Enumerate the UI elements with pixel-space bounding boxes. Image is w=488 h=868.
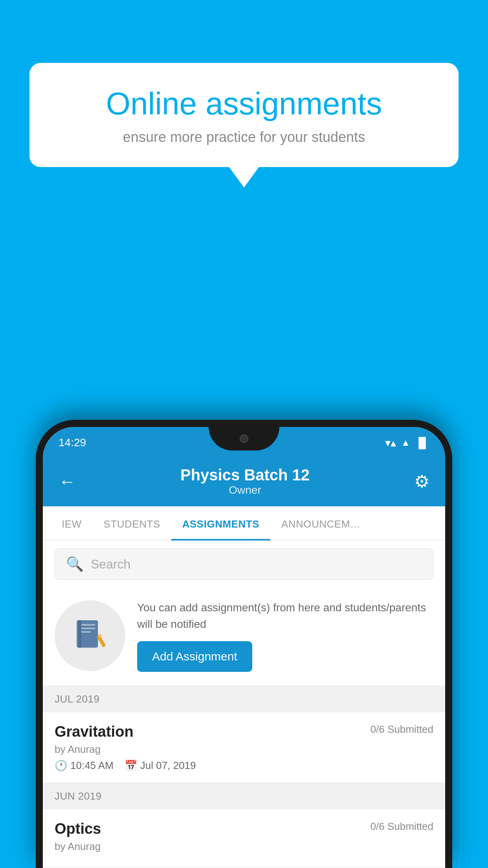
- search-container: 🔍 Search: [43, 541, 445, 588]
- assignment-status: 0/6 Submitted: [371, 723, 433, 736]
- assignment-name: Gravitation: [55, 723, 134, 740]
- info-text-block: You can add assignment(s) from here and …: [137, 600, 433, 672]
- svg-rect-2: [81, 624, 95, 625]
- assignment-date: Jul 07, 2019: [140, 760, 196, 772]
- speech-bubble-container: Online assignments ensure more practice …: [29, 63, 459, 167]
- assignment-author-optics: by Anurag: [55, 840, 433, 853]
- tab-assignments[interactable]: ASSIGNMENTS: [171, 506, 270, 540]
- clock-icon: 🕐: [55, 760, 67, 772]
- header-title: Physics Batch 12: [180, 466, 310, 484]
- status-bar: 14:29 ▾▴ ▲ ▐▌: [43, 427, 445, 458]
- signal-icon: ▲: [401, 437, 410, 448]
- phone-screen: 14:29 ▾▴ ▲ ▐▌ ← Physics Batch 12 Owner ⚙…: [43, 427, 445, 868]
- phone-notch: [209, 427, 279, 451]
- header-center: Physics Batch 12 Owner: [180, 466, 310, 497]
- tab-iew[interactable]: IEW: [51, 506, 93, 540]
- assignment-item-optics[interactable]: Optics 0/6 Submitted by Anurag: [43, 809, 445, 868]
- assignment-item-gravitation[interactable]: Gravitation 0/6 Submitted by Anurag 🕐 10…: [43, 712, 445, 783]
- search-placeholder: Search: [91, 557, 130, 572]
- assignment-name-optics: Optics: [55, 820, 101, 837]
- meta-time: 🕐 10:45 AM: [55, 760, 114, 772]
- info-message: You can add assignment(s) from here and …: [137, 600, 433, 633]
- svg-rect-3: [81, 628, 95, 629]
- calendar-icon: 📅: [125, 760, 137, 772]
- status-icons: ▾▴ ▲ ▐▌: [385, 436, 429, 449]
- search-bar[interactable]: 🔍 Search: [55, 548, 433, 580]
- assignment-status-optics: 0/6 Submitted: [371, 820, 433, 833]
- bubble-subtitle: ensure more practice for your students: [57, 129, 431, 145]
- assignment-author: by Anurag: [55, 743, 433, 756]
- tab-announcements[interactable]: ANNOUNCEM…: [270, 506, 371, 540]
- section-header-jun: JUN 2019: [43, 783, 445, 809]
- tab-students[interactable]: STUDENTS: [93, 506, 171, 540]
- speech-bubble: Online assignments ensure more practice …: [29, 63, 459, 167]
- settings-icon[interactable]: ⚙: [414, 471, 429, 491]
- assignment-meta: 🕐 10:45 AM 📅 Jul 07, 2019: [55, 760, 433, 772]
- search-icon: 🔍: [66, 556, 84, 572]
- notebook-icon: [72, 618, 108, 653]
- assignment-time: 10:45 AM: [70, 760, 114, 772]
- header-subtitle: Owner: [180, 484, 310, 497]
- app-header: ← Physics Batch 12 Owner ⚙: [43, 458, 445, 506]
- wifi-icon: ▾▴: [385, 436, 396, 449]
- svg-rect-1: [79, 620, 81, 648]
- status-time: 14:29: [59, 436, 86, 449]
- phone-frame: 14:29 ▾▴ ▲ ▐▌ ← Physics Batch 12 Owner ⚙…: [36, 420, 452, 868]
- tabs-bar: IEW STUDENTS ASSIGNMENTS ANNOUNCEM…: [43, 506, 445, 541]
- svg-rect-4: [81, 631, 91, 633]
- battery-icon: ▐▌: [415, 437, 429, 449]
- assignment-top-optics: Optics 0/6 Submitted: [55, 820, 433, 837]
- bubble-title: Online assignments: [57, 86, 431, 121]
- section-header-jul: JUL 2019: [43, 686, 445, 712]
- assignment-top: Gravitation 0/6 Submitted: [55, 723, 433, 740]
- info-card: You can add assignment(s) from here and …: [43, 588, 445, 686]
- add-assignment-button[interactable]: Add Assignment: [137, 641, 252, 672]
- back-button[interactable]: ←: [59, 472, 76, 491]
- notebook-icon-wrap: [55, 600, 125, 671]
- camera-dot: [240, 434, 248, 443]
- meta-date: 📅 Jul 07, 2019: [125, 760, 196, 772]
